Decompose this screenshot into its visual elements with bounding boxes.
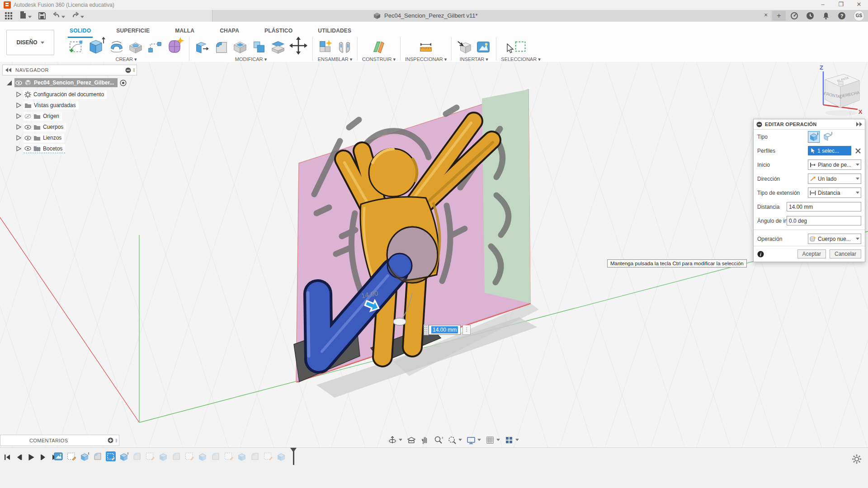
split-body-icon[interactable] — [270, 39, 286, 55]
collapsed-triangle-icon[interactable] — [16, 113, 21, 119]
dimension-input[interactable]: 14.00 mm — [429, 325, 461, 335]
extrude-solid-option-icon[interactable] — [808, 131, 820, 143]
workspace-selector[interactable]: DISEÑO — [6, 30, 54, 55]
eye-icon[interactable] — [24, 124, 31, 131]
look-at-button[interactable] — [407, 436, 416, 445]
extrude-thin-option-icon[interactable] — [822, 131, 833, 142]
close-button[interactable]: ✕ — [850, 0, 868, 10]
view-cube[interactable]: Z X FRONTAL DERECHA PLANTA — [811, 63, 866, 120]
start-dropdown[interactable]: Plano de pe... — [808, 160, 861, 170]
avatar[interactable]: GS — [854, 10, 864, 21]
new-tab-button[interactable]: + — [772, 11, 786, 21]
feature-round-icon-suppressed[interactable] — [132, 451, 142, 461]
tree-item-origen[interactable]: Origen — [16, 111, 62, 121]
help-icon[interactable]: ? — [838, 12, 846, 20]
feature-round-icon[interactable] — [93, 451, 103, 461]
panel-grip[interactable]: ‖ — [115, 438, 118, 443]
eye-icon[interactable] — [15, 80, 22, 86]
minus-circle-icon[interactable] — [125, 67, 131, 73]
feature-extrude-icon-suppressed[interactable] — [158, 451, 168, 461]
viewport-3d[interactable] — [0, 62, 868, 447]
feature-round-icon-suppressed[interactable] — [250, 451, 260, 461]
collapsed-triangle-icon[interactable] — [16, 124, 21, 130]
grid-settings-button[interactable] — [486, 436, 500, 445]
collapsed-triangle-icon[interactable] — [16, 103, 21, 108]
collapsed-triangle-icon[interactable] — [16, 92, 21, 97]
drag-grip[interactable] — [424, 324, 429, 335]
plus-circle-icon[interactable] — [108, 437, 113, 443]
insert-derive-icon[interactable] — [456, 39, 472, 55]
canvas-insert-icon[interactable] — [475, 39, 491, 55]
bell-icon[interactable] — [822, 12, 830, 20]
document-tab[interactable]: Pec04_Sencion_Perez_Gilbert v11* × — [212, 10, 771, 22]
minus-circle-icon[interactable] — [756, 122, 762, 127]
file-menu-button[interactable] — [19, 11, 32, 21]
accept-button[interactable]: Aceptar — [797, 249, 826, 258]
distance-input[interactable] — [787, 202, 861, 211]
combine-icon[interactable] — [251, 39, 267, 55]
direction-dropdown[interactable]: Un lado — [808, 174, 861, 184]
measure-icon[interactable] — [418, 39, 434, 55]
press-pull-icon[interactable] — [194, 39, 210, 55]
feature-sketch-icon-suppressed[interactable] — [224, 451, 234, 461]
collapsed-triangle-icon[interactable] — [16, 135, 21, 141]
clear-selection-icon[interactable] — [855, 148, 861, 154]
feature-sketch-icon[interactable] — [66, 451, 76, 461]
dialog-header[interactable]: EDITAR OPERACIÓN — [754, 119, 865, 130]
feature-sketch-icon-suppressed[interactable] — [263, 451, 273, 461]
collapsed-triangle-icon[interactable] — [16, 146, 21, 151]
feature-round-icon-suppressed[interactable] — [171, 451, 181, 461]
expanded-triangle-icon[interactable] — [6, 80, 12, 86]
timeline-playhead[interactable] — [293, 449, 294, 465]
apps-grid-icon[interactable] — [5, 12, 13, 20]
minimize-button[interactable]: – — [814, 0, 832, 10]
tree-item-bocetos[interactable]: Bocetos — [16, 144, 65, 154]
shell-icon[interactable] — [232, 39, 248, 55]
extent-type-dropdown[interactable]: Distancia — [808, 188, 861, 198]
move-icon[interactable] — [289, 36, 308, 55]
maximize-button[interactable]: ❐ — [832, 0, 850, 10]
fillet-icon[interactable] — [213, 39, 229, 55]
feature-sketch-active-icon[interactable] — [106, 451, 116, 461]
info-icon[interactable]: i — [757, 251, 764, 258]
viewports-button[interactable] — [505, 436, 519, 445]
document-tab-close-icon[interactable]: × — [762, 11, 770, 19]
tree-item-cuerpos[interactable]: Cuerpos — [16, 122, 66, 132]
eye-icon[interactable] — [24, 135, 31, 141]
feature-extrude-icon-suppressed[interactable] — [276, 451, 286, 461]
tree-item-configuracion[interactable]: Configuración del documento — [16, 89, 107, 99]
extensions-icon[interactable] — [790, 12, 798, 20]
revolve-icon[interactable] — [108, 39, 125, 55]
navigator-header[interactable]: NAVEGADOR ‖ — [2, 65, 137, 75]
construction-plane-icon[interactable] — [371, 39, 387, 55]
feature-sketch-icon-suppressed[interactable] — [145, 451, 155, 461]
panel-grip[interactable]: ‖ — [133, 67, 135, 73]
select-icon[interactable] — [513, 39, 529, 55]
feature-canvas-icon[interactable] — [53, 451, 63, 461]
redo-button[interactable] — [71, 11, 84, 21]
comments-panel[interactable]: COMENTARIOS ‖ — [0, 435, 119, 446]
hole-icon[interactable] — [127, 39, 144, 55]
pattern-icon[interactable] — [146, 39, 163, 55]
tree-row-root[interactable]: Pec04_Sencion_Perez_Gilber... — [6, 78, 127, 88]
joint-icon[interactable] — [336, 39, 353, 55]
profiles-selected-button[interactable]: 1 selec... — [808, 146, 851, 155]
gear-icon[interactable] — [852, 454, 862, 464]
feature-extrude-icon[interactable] — [80, 451, 90, 461]
save-icon[interactable] — [38, 12, 46, 20]
collapse-left-icon[interactable] — [5, 68, 12, 72]
feature-extrude-icon[interactable] — [119, 451, 129, 461]
eye-off-icon[interactable] — [24, 113, 31, 120]
skip-start-icon[interactable] — [4, 454, 11, 461]
clock-icon[interactable] — [806, 12, 814, 20]
activate-radio-icon[interactable] — [120, 80, 127, 86]
step-back-icon[interactable] — [15, 454, 23, 461]
pan-button[interactable] — [420, 436, 429, 445]
undo-button[interactable] — [52, 11, 65, 21]
dock-right-icon[interactable] — [856, 122, 862, 127]
create-sketch-icon[interactable] — [68, 39, 84, 55]
form-icon[interactable] — [165, 36, 184, 55]
feature-extrude-icon-suppressed[interactable] — [198, 451, 208, 461]
tree-item-vistas[interactable]: Vistas guardadas — [16, 100, 79, 110]
fit-button[interactable] — [448, 436, 462, 445]
